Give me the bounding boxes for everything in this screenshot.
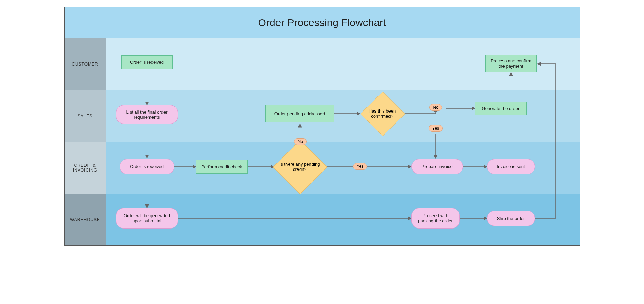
title-bar: Order Processing Flowchart	[65, 7, 580, 38]
chart-title: Order Processing Flowchart	[258, 17, 386, 28]
lane-label-customer: CUSTOMER	[65, 38, 106, 90]
lane-label-credit: CREDIT & INVOICING	[65, 142, 106, 194]
lane-credit: CREDIT & INVOICING	[65, 142, 580, 194]
swimlanes: CUSTOMER SALES CREDIT & INVOICING WAREHO…	[65, 38, 580, 245]
flowchart-container: Order Processing Flowchart CUSTOMER SALE…	[64, 7, 580, 246]
lane-sales: SALES	[65, 90, 580, 142]
lane-label-sales: SALES	[65, 90, 106, 142]
lane-warehouse: WAREHOUSE	[65, 194, 580, 245]
lane-label-warehouse: WAREHOUSE	[65, 194, 106, 245]
lane-customer: CUSTOMER	[65, 38, 580, 90]
